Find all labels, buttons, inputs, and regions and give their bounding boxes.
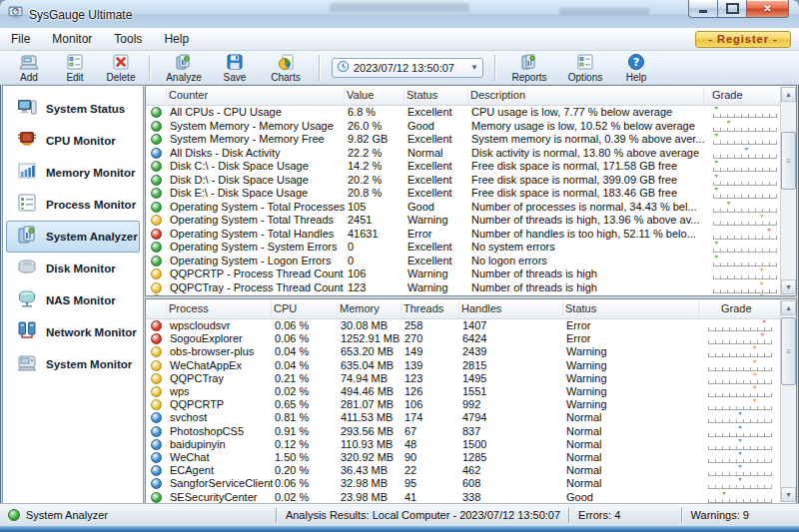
threads-cell: 41 <box>402 491 460 503</box>
table-row[interactable]: WeChat1.50 %320.92 MB901285Normal▼ <box>147 451 780 464</box>
table-row[interactable]: WeChatAppEx0.04 %635.04 MB1392815Warning… <box>147 359 780 372</box>
process-cell: svchost <box>168 411 273 424</box>
table-row[interactable]: Operating System - Total Threads2451Warn… <box>147 214 780 228</box>
column-header-process[interactable]: Process <box>167 301 272 316</box>
table-row-partial[interactable]: SogouExplorer - Process Memory Usage1.22… <box>147 294 780 295</box>
delete-button[interactable]: Delete <box>98 52 144 84</box>
memory-cell: 74.94 MB <box>339 372 402 385</box>
table-row[interactable]: Disk C:\ - Disk Space Usage14.2 %Excelle… <box>147 160 780 174</box>
column-header-cpu[interactable]: CPU <box>272 301 338 316</box>
title-bar: SysGauge Ultimate ✕ <box>0 0 799 28</box>
grade-marker-icon: ▼ <box>712 256 720 261</box>
table-row[interactable]: All Disks - Disk Activity22.2 %NormalDis… <box>147 147 780 161</box>
reports-button[interactable]: Reports <box>501 52 557 84</box>
table-row[interactable]: Operating System - System Errors0Excelle… <box>147 241 780 255</box>
table-row[interactable]: QQPCTray - Process Thread Count123Warnin… <box>147 281 780 295</box>
edit-button[interactable]: Edit <box>52 52 98 84</box>
table-row[interactable]: PhotoshopCS50.91 %293.56 MB67837Normal▼ <box>147 425 780 438</box>
table-row[interactable]: QQPCTray0.21 %74.94 MB1231495Warning▼ <box>147 372 780 385</box>
grade-cell: ▼ <box>700 360 780 371</box>
table-row[interactable]: SESecurityCenter0.02 %23.98 MB41338Good▼ <box>147 490 780 503</box>
maximize-button[interactable] <box>717 0 746 18</box>
handles-cell: 2815 <box>460 359 564 372</box>
description-cell: System memory is normal, 0.39 % above av… <box>469 133 705 146</box>
analysis-time-dropdown[interactable]: 2023/07/12 13:50:07 ▼ <box>332 58 483 78</box>
table-row[interactable]: Operating System - Total Processes105Goo… <box>147 201 780 215</box>
sidebar-item-disk-monitor[interactable]: Disk Monitor <box>6 253 140 284</box>
table-row[interactable]: SangforServiceClient0.06 %32.98 MB95608N… <box>147 477 780 490</box>
column-header-threads[interactable]: Threads <box>401 301 459 316</box>
grade-marker-icon: ▼ <box>724 202 732 207</box>
status-led-icon <box>151 346 162 357</box>
column-header-memory[interactable]: Memory <box>338 301 401 316</box>
sidebar-item-system-analyzer[interactable]: System Analyzer <box>6 221 140 253</box>
table-row[interactable]: All CPUs - CPU Usage6.8 %ExcellentCPU us… <box>147 106 780 120</box>
status-led-icon <box>151 121 162 132</box>
scroll-up-button[interactable]: ▲ <box>781 87 796 102</box>
table-row[interactable]: SogouExplorer0.06 %1252.91 MB2706424Erro… <box>147 332 780 345</box>
options-button[interactable]: Options <box>557 52 613 84</box>
vertical-scrollbar[interactable]: ▲ ≡ ▼ <box>780 300 796 502</box>
status-led-icon <box>151 188 162 199</box>
sidebar-item-nas-monitor[interactable]: NAS Monitor <box>6 284 140 316</box>
status-cell: Error <box>564 319 700 332</box>
table-row[interactable]: ECAgent0.20 %36.43 MB22462Normal▼ <box>147 464 780 477</box>
table-row[interactable]: wps0.02 %494.46 MB1261551Warning▼ <box>147 385 780 398</box>
grade-marker-icon: ▼ <box>712 134 720 139</box>
scroll-down-button[interactable]: ▼ <box>781 279 796 294</box>
menu-tools[interactable]: Tools <box>103 28 153 50</box>
close-button[interactable]: ✕ <box>746 0 789 18</box>
table-row[interactable]: wpscloudsvr0.06 %30.08 MB2581407Error▼ <box>147 319 780 332</box>
sidebar-item-system-monitor[interactable]: System Monitor <box>6 348 140 380</box>
handles-cell: 992 <box>460 398 564 411</box>
column-header-description[interactable]: Description <box>468 88 704 103</box>
sidebar-item-cpu-monitor[interactable]: CPU Monitor <box>6 125 140 157</box>
scrollbar-thumb[interactable]: ≡ <box>781 317 796 385</box>
vertical-scrollbar[interactable]: ▲ ≡ ▼ <box>780 87 796 294</box>
table-row[interactable]: obs-browser-plus0.04 %653.20 MB1492439Wa… <box>147 345 780 358</box>
table-row[interactable]: svchost0.81 %411.53 MB1744794Normal▼ <box>147 411 780 424</box>
scroll-up-button[interactable]: ▲ <box>781 300 796 315</box>
column-header-handles[interactable]: Handles <box>459 301 563 316</box>
table-row[interactable]: QQPCRTP - Process Thread Count106Warning… <box>147 267 780 281</box>
grade-marker-icon: ▼ <box>751 399 759 404</box>
scroll-down-button[interactable]: ▼ <box>781 487 796 502</box>
column-header-grade[interactable]: Grade <box>704 88 781 103</box>
analyze-button[interactable]: Analyze <box>156 52 212 84</box>
charts-button[interactable]: Charts <box>258 52 314 84</box>
minimize-button[interactable] <box>688 0 717 18</box>
column-header-counter[interactable]: Counter <box>167 88 345 103</box>
status-cell: Normal <box>405 147 469 160</box>
sidebar-item-network-monitor[interactable]: Network Monitor <box>6 316 140 348</box>
save-button-label: Save <box>224 72 247 83</box>
threads-cell: 270 <box>402 332 460 345</box>
column-header-status[interactable]: Status <box>404 88 468 103</box>
menu-help[interactable]: Help <box>153 28 200 50</box>
help-button[interactable]: ? Help <box>613 52 659 84</box>
table-row[interactable]: Operating System - Total Handles41631Err… <box>147 228 780 242</box>
scrollbar-thumb[interactable]: ≡ <box>781 132 796 190</box>
add-button[interactable]: Add <box>6 52 52 84</box>
sidebar-item-memory-monitor[interactable]: Memory Monitor <box>6 157 140 189</box>
table-row[interactable]: System Memory - Memory Free9.82 GBExcell… <box>147 133 780 147</box>
table-row[interactable]: Disk D:\ - Disk Space Usage20.2 %Excelle… <box>147 174 780 188</box>
process-monitor-icon <box>16 192 38 218</box>
table-row[interactable]: Disk E:\ - Disk Space Usage20.8 %Excelle… <box>147 187 780 201</box>
sidebar-item-system-status[interactable]: System Status <box>6 93 140 125</box>
menu-monitor[interactable]: Monitor <box>41 28 103 50</box>
column-header-value[interactable]: Value <box>345 88 404 103</box>
table-row[interactable]: System Memory - Memory Usage26.0 %GoodMe… <box>147 120 780 134</box>
analysis-time-value: 2023/07/12 13:50:07 <box>354 62 466 74</box>
register-button[interactable]: - Register - <box>695 31 791 48</box>
sidebar-item-process-monitor[interactable]: Process Monitor <box>6 189 140 221</box>
table-row[interactable]: baidupinyin0.12 %110.93 MB481500Normal▼ <box>147 438 780 451</box>
column-header-status[interactable]: Status <box>563 301 699 316</box>
column-header-grade[interactable]: Grade <box>699 301 781 316</box>
table-row[interactable]: Operating System - Logon Errors0Excellen… <box>147 255 780 268</box>
menu-file[interactable]: File <box>0 28 41 50</box>
grade-ruler: ▼ <box>713 108 777 118</box>
save-button[interactable]: Save <box>212 52 258 84</box>
grade-ruler: ▼ <box>713 230 777 240</box>
table-row[interactable]: QQPCRTP0.65 %281.07 MB106992Warning▼ <box>147 398 780 411</box>
threads-cell: 258 <box>402 319 460 332</box>
